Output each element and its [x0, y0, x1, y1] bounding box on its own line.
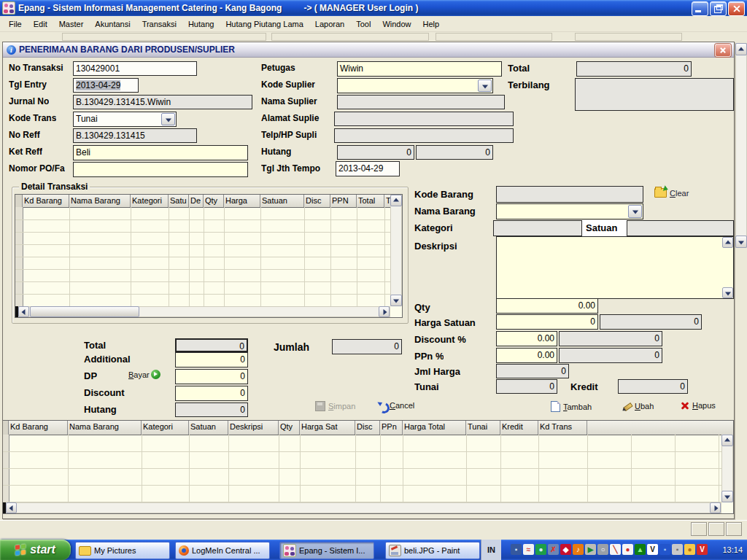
tambah-button[interactable]: Tambah [551, 401, 592, 412]
bottom-table-scroll-left[interactable] [6, 502, 17, 513]
form-close-button[interactable] [715, 44, 731, 57]
deskripsi-scroll-down[interactable] [722, 287, 733, 298]
kode-trans-dropdown-arrow[interactable] [161, 113, 175, 125]
grid-line [3, 468, 721, 469]
app-icon [2, 1, 15, 15]
column-header: Deskripsi [228, 421, 279, 435]
terbilang-label: Terbilang [508, 79, 550, 90]
ubah-button[interactable]: Ubah [622, 401, 654, 411]
simpan-button[interactable]: Simpan [315, 401, 355, 411]
menu-item-transaksi[interactable]: Transaksi [136, 16, 182, 32]
clear-button[interactable]: Clear [654, 188, 689, 198]
language-indicator[interactable]: IN [481, 540, 501, 560]
ppn-pct-input[interactable]: 0.00 [496, 348, 557, 363]
cancel-button[interactable]: Cancel [378, 401, 414, 410]
grid-line [15, 244, 390, 245]
form-body: No Transaksi 130429001 Tgl Entry 2013-04… [3, 57, 734, 518]
volume-icon[interactable]: ♪ [573, 544, 584, 555]
network-offline-icon[interactable]: ✗ [548, 544, 559, 555]
hapus-button[interactable]: Hapus [681, 401, 716, 410]
close-button[interactable] [728, 1, 745, 16]
harga-satuan-input[interactable]: 0 [496, 314, 598, 330]
bayar-button[interactable]: Bayar [128, 370, 160, 379]
window-gray-icon[interactable]: ▪ [672, 544, 683, 555]
task-button-epang-sistem-i-[interactable]: Epang - Sistem I... [279, 542, 374, 559]
nomor-po-label: Nomor PO/Fa [9, 163, 65, 174]
logmein-icon[interactable]: ≈ [523, 544, 534, 555]
bottom-table-body[interactable] [3, 435, 721, 502]
menu-item-window[interactable]: Window [376, 16, 417, 32]
recorder-icon[interactable]: ● [622, 544, 633, 555]
detail-grid-scroll-right[interactable] [379, 306, 390, 317]
menu-item-tool[interactable]: Tool [350, 16, 376, 32]
tgl-jth-tempo-input[interactable]: 2013-04-29 [336, 161, 400, 176]
mdi-scroll-down[interactable] [735, 236, 747, 248]
menu-item-file[interactable]: File [3, 16, 28, 32]
pin-icon[interactable]: ╲ [610, 544, 621, 555]
green-up-icon[interactable]: ▲ [635, 544, 646, 555]
mdi-vscrollbar[interactable] [735, 43, 747, 248]
discount-input[interactable]: 0 [175, 386, 248, 401]
detail-grid-vscrollbar[interactable] [390, 195, 402, 306]
dp-input[interactable]: 0 [175, 369, 248, 384]
detail-transaksi-grid[interactable]: Kd BarangNama BarangKategoriSatuDeQtyHar… [15, 194, 403, 318]
detail-grid-scroll-down[interactable] [390, 295, 402, 306]
undo-arrow-icon [378, 401, 387, 410]
column-header: Harga Total [403, 421, 466, 435]
bottom-table[interactable]: Kd BarangNama BarangKategoriSatuanDeskri… [3, 420, 734, 514]
column-header: Kd Trans [538, 421, 587, 435]
bottom-table-hscrollbar[interactable] [3, 502, 721, 513]
deskripsi-scroll-up[interactable] [722, 237, 733, 248]
start-button[interactable]: start [0, 540, 71, 560]
mdi-scroll-up[interactable] [735, 43, 747, 55]
no-transaksi-input[interactable]: 130429001 [73, 61, 197, 76]
detail-grid-scroll-up[interactable] [390, 195, 402, 206]
qty-input[interactable]: 0.00 [496, 298, 598, 314]
download-manager-icon[interactable]: ● [535, 544, 546, 555]
menu-item-edit[interactable]: Edit [28, 16, 53, 32]
task-button-logmein-central-[interactable]: LogMeIn Central ... [175, 542, 270, 559]
task-button-my-pictures[interactable]: My Pictures [75, 542, 170, 559]
menu-item-master[interactable]: Master [53, 16, 90, 32]
task-button-beli-jpg-paint[interactable]: beli.JPG - Paint [385, 542, 480, 559]
restore-button[interactable] [710, 1, 727, 16]
bottom-table-scroll-down[interactable] [721, 491, 733, 502]
display-settings-icon[interactable]: ▪ [659, 544, 670, 555]
discount-pct-input[interactable]: 0.00 [496, 331, 557, 346]
kode-suplier-dropdown-arrow[interactable] [478, 79, 492, 92]
nama-barang-select[interactable] [496, 203, 643, 219]
menu-item-help[interactable]: Help [417, 16, 446, 32]
scheduler-clock-icon[interactable]: ○ [597, 544, 608, 555]
menu-item-laporan[interactable]: Laporan [309, 16, 350, 32]
column-header: Kategori [142, 421, 189, 435]
detail-grid-scroll-left[interactable] [18, 306, 29, 317]
bottom-table-scroll-right[interactable] [710, 502, 721, 513]
bottom-table-scroll-up[interactable] [721, 435, 733, 446]
tgl-entry-input[interactable]: 2013-04-29 [73, 78, 139, 93]
nomor-po-input[interactable] [73, 162, 248, 177]
detail-grid-hscroll-thumb[interactable] [30, 306, 139, 317]
ket-reff-input[interactable]: Beli [73, 145, 248, 160]
database-play-icon[interactable]: ▶ [585, 544, 596, 555]
nama-barang-label: Nama Barang [414, 206, 476, 217]
kode-trans-select[interactable]: Tunai [73, 112, 177, 127]
v-shield-icon[interactable]: V [697, 544, 708, 555]
grid-line [15, 232, 390, 233]
menu-item-akuntansi[interactable]: Akuntansi [89, 16, 136, 32]
antivirus-shield-icon[interactable]: ◆ [560, 544, 571, 555]
v-checkered-icon[interactable]: V [647, 544, 658, 555]
nama-barang-dropdown-arrow[interactable] [628, 205, 642, 218]
deskripsi-textarea[interactable] [496, 236, 734, 299]
minimize-button[interactable] [692, 1, 708, 16]
petugas-input[interactable]: Wiwin [337, 61, 502, 77]
task-button-label: LogMeIn Central ... [192, 546, 260, 555]
menu-item-hutang[interactable]: Hutang [182, 16, 220, 32]
kode-suplier-select[interactable] [337, 78, 493, 93]
no-transaksi-label: No Transaksi [9, 63, 63, 73]
menu-item-hutang-piutang-lama[interactable]: Hutang Piutang Lama [220, 16, 309, 32]
messenger-bulb-icon[interactable]: ● [684, 544, 695, 555]
remote-desktop-icon[interactable]: ▪ [511, 544, 522, 555]
detail-grid-body[interactable] [15, 207, 390, 306]
app-icon [283, 544, 296, 557]
additional-input[interactable]: 0 [175, 352, 248, 368]
